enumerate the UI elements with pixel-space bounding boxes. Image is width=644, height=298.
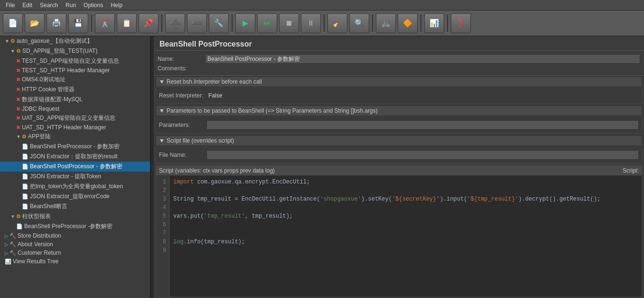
toggle-button[interactable]: 🔧 xyxy=(209,13,229,33)
sidebar-item-beanshell-pre[interactable]: 📄 BeanShell PreProcessor - 参数加密 xyxy=(0,142,150,152)
search-button[interactable]: 🔍 xyxy=(349,13,369,33)
test-sd-http-label: TEST_SD_HTTP Header Manager xyxy=(22,67,110,74)
uat-sd-http-label: UAT_SD_HTTP Header Manager xyxy=(22,124,106,131)
filename-input[interactable] xyxy=(206,150,639,160)
about-version-arrow: ▷ xyxy=(5,242,9,247)
filename-label: File Name: xyxy=(159,152,206,158)
left-panel: ▼ ⚙ auto_gaoxue_【自动化测试】 ▼ ⚙ SD_APP端_登陆_T… xyxy=(0,36,151,298)
remove-button[interactable]: ➖ xyxy=(187,13,207,33)
bar-chart-icon: ⚙ xyxy=(16,213,21,220)
copy-button[interactable]: 📋 xyxy=(117,13,137,33)
script-body[interactable]: 1 2 3 4 5 6 7 8 9 import com.gaoxue.qa.e… xyxy=(156,176,642,297)
menu-search[interactable]: Search xyxy=(36,1,62,10)
open-button[interactable]: 📂 xyxy=(25,13,45,33)
oms4-label: OMS4.0测试地址 xyxy=(22,76,65,84)
sidebar-item-about-version[interactable]: ▷ 🔨 About Version xyxy=(0,240,150,249)
uat-sd-app-label: UAT_SD_APP端登陆自定义变量信息 xyxy=(22,114,115,122)
menu-run[interactable]: Run xyxy=(62,1,80,10)
jdbc-label: JDBC Request xyxy=(22,106,59,112)
about-version-icon: 🔨 xyxy=(9,241,16,248)
test-sd-http-icon: ✖ xyxy=(16,67,20,74)
sidebar-item-sd-app[interactable]: ▼ ⚙ SD_APP端_登陆_TEST(UAT) xyxy=(0,46,150,56)
parameters-label: Parameters: xyxy=(159,122,206,128)
start-button[interactable]: ▶ xyxy=(235,13,255,33)
name-label: Name: xyxy=(158,56,205,62)
sidebar-item-jdbc[interactable]: ✖ JDBC Request xyxy=(0,105,150,113)
http-cookie-label: HTTP Cookie 管理器 xyxy=(22,86,75,94)
sidebar-item-uat-sd-http[interactable]: ✖ UAT_SD_HTTP Header Manager xyxy=(0,123,150,132)
sidebar-item-json-ext2[interactable]: 📄 JSON Extractor - 提取Token xyxy=(0,172,150,182)
sidebar-item-customer-return[interactable]: ▷ 🔨 Customer Return xyxy=(0,249,150,257)
sidebar-item-test-sd-http[interactable]: ✖ TEST_SD_HTTP Header Manager xyxy=(0,66,150,75)
table-button[interactable]: 📊 xyxy=(424,13,444,33)
remote-button[interactable]: 🚲 xyxy=(376,13,396,33)
sep4 xyxy=(324,15,325,32)
sidebar-item-uat-sd-app[interactable]: ✖ UAT_SD_APP端登陆自定义变量信息 xyxy=(0,113,150,123)
sidebar-item-beanshell-assert[interactable]: 📄 BeanShell断言 xyxy=(0,202,150,211)
test-sd-app-icon: ✖ xyxy=(16,58,20,64)
menu-help[interactable]: Help xyxy=(107,1,126,10)
print-button[interactable]: 🖨️ xyxy=(47,13,66,33)
reset-section-header[interactable]: ▼ Reset bsh.Interpreter before each call xyxy=(156,77,642,87)
code-content[interactable]: import com.gaoxue.qa.encrypt.EncDecUtil;… xyxy=(169,176,642,297)
sidebar-item-test-sd-app[interactable]: ✖ TEST_SD_APP端登陆自定义变量信息 xyxy=(0,56,150,66)
test-sd-app-label: TEST_SD_APP端登陆自定义变量信息 xyxy=(22,57,119,65)
view-results-icon: 📊 xyxy=(5,259,11,265)
menu-edit[interactable]: Edit xyxy=(19,1,36,10)
tree-root[interactable]: ▼ ⚙ auto_gaoxue_【自动化测试】 xyxy=(0,36,150,46)
function-button[interactable]: 🔶 xyxy=(398,13,418,33)
new-button[interactable]: 📄 xyxy=(3,13,23,33)
sidebar-item-db-config[interactable]: ✖ 数据库链接配置-MySQL xyxy=(0,95,150,105)
help-button[interactable]: ❓ xyxy=(451,13,471,33)
sep3 xyxy=(232,15,233,32)
beanshell-pre2-icon: 📄 xyxy=(16,223,23,230)
root-arrow: ▼ xyxy=(5,38,9,44)
params-collapse-icon: ▼ xyxy=(159,107,165,114)
name-row: Name: xyxy=(158,54,640,64)
sidebar-item-view-results[interactable]: 📊 View Results Tree xyxy=(0,257,150,266)
script-header-label: Script (variables: ctx vars props prev d… xyxy=(159,167,275,174)
line-num-6: 6 xyxy=(159,221,166,229)
sidebar-item-bar-chart[interactable]: ▼ ⚙ 柱状型报表 xyxy=(0,211,150,221)
sidebar-item-json-ext3[interactable]: 📄 JSON Extractor_提取errorCode xyxy=(0,192,150,202)
name-input[interactable] xyxy=(205,54,640,64)
save-button[interactable]: 💾 xyxy=(68,13,88,33)
json-ext1-icon: 📄 xyxy=(22,154,28,160)
reset-interpreter-label: Reset Interpreter: xyxy=(159,92,206,99)
sd-app-arrow: ▼ xyxy=(10,48,15,54)
script-file-section-header[interactable]: ▼ Script file (overrides script) xyxy=(156,135,642,146)
sidebar-item-oms4[interactable]: ✖ OMS4.0测试地址 xyxy=(0,75,150,85)
beanshell-pre-icon: 📄 xyxy=(22,144,28,150)
reset-interpreter-value: False xyxy=(206,91,224,100)
beanshell-post-label: BeanShell PostProcessor - 参数解密 xyxy=(30,163,122,171)
menu-options[interactable]: Options xyxy=(80,1,107,10)
sidebar-item-beanshell-pre2[interactable]: 📄 BeanShell PreProcessor -参数解密 xyxy=(0,221,150,231)
parameters-input[interactable] xyxy=(206,120,639,130)
sidebar-item-beanshell-post[interactable]: 📄 BeanShell PostProcessor - 参数解密 xyxy=(0,162,150,172)
bar-chart-label: 柱状型报表 xyxy=(22,212,51,221)
script-file-section-label: Script file (overrides script) xyxy=(167,137,234,144)
app-login-icon: ⚙ xyxy=(22,134,27,140)
tmp-token-label: 把tmp_token为全局变量global_token xyxy=(30,183,123,191)
sidebar-item-app-login[interactable]: ▼ ⚙ APP登陆 xyxy=(0,132,150,142)
sidebar-item-tmp-token[interactable]: 📄 把tmp_token为全局变量global_token xyxy=(0,182,150,192)
sep7 xyxy=(447,15,448,32)
sidebar-item-json-ext1[interactable]: 📄 JSON Extractor：提取加密的result xyxy=(0,152,150,162)
sidebar-item-store-dist[interactable]: ▷ 🔨 Store Distribution xyxy=(0,231,150,240)
sidebar-item-http-cookie[interactable]: ✖ HTTP Cookie 管理器 xyxy=(0,85,150,95)
paste-button[interactable]: 📌 xyxy=(139,13,159,33)
shutdown-button[interactable]: ⏸ xyxy=(301,13,321,33)
oms4-icon: ✖ xyxy=(16,77,20,83)
menu-file[interactable]: File xyxy=(2,1,19,10)
add-button[interactable]: ➕ xyxy=(165,13,185,33)
clear-button[interactable]: 🧹 xyxy=(327,13,347,33)
params-section-header[interactable]: ▼ Parameters to be passed to BeanShell (… xyxy=(156,106,642,116)
reset-interpreter-row: Reset Interpreter: False xyxy=(159,91,639,100)
script-file-collapse-icon: ▼ xyxy=(159,137,165,144)
customer-return-label: Customer Return xyxy=(18,250,61,256)
stop-button[interactable]: ⏹ xyxy=(279,13,299,33)
resume-button[interactable]: ⏭ xyxy=(257,13,277,33)
app-login-arrow: ▼ xyxy=(16,134,21,139)
store-dist-icon: 🔨 xyxy=(9,233,16,239)
cut-button[interactable]: ✂️ xyxy=(95,13,115,33)
